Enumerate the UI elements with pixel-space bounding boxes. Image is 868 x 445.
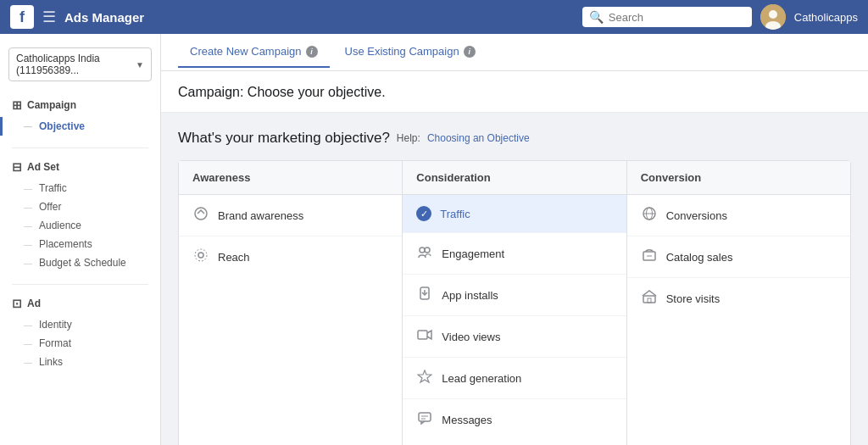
sidebar-section-campaign: ⊞ Campaign Objective — [0, 93, 160, 136]
col-awareness: Awareness Brand awareness — [179, 161, 403, 445]
col-consideration: Consideration ✓ Traffic — [403, 161, 626, 445]
sidebar-section-label-adset: Ad Set — [27, 161, 59, 173]
main-content: Create New Campaign i Use Existing Campa… — [161, 34, 868, 445]
top-navbar: f ☰ Ads Manager 🔍 Catholicapps — [0, 0, 868, 34]
obj-video-views[interactable]: Video views — [403, 316, 626, 358]
lead-generation-label: Lead generation — [442, 372, 521, 385]
campaign-icon: ⊞ — [12, 98, 22, 112]
sidebar-section-adset: ⊟ Ad Set Traffic Offer Audience Placemen… — [0, 155, 160, 272]
tab-create-label: Create New Campaign — [190, 45, 302, 58]
sidebar-section-label-ad: Ad — [27, 298, 41, 309]
tab-use-label: Use Existing Campaign — [345, 45, 459, 58]
objective-label: Objective — [39, 120, 85, 132]
search-bar: 🔍 — [582, 7, 752, 27]
col-conversion: Conversion Conversions — [627, 161, 850, 445]
video-views-icon — [416, 327, 433, 346]
sidebar-section-ad: ⊡ Ad Identity Format Links — [0, 292, 160, 371]
store-visits-icon — [641, 289, 658, 308]
conversion-header: Conversion — [627, 161, 850, 195]
store-visits-label: Store visits — [666, 292, 721, 305]
sidebar-divider-2 — [12, 284, 148, 285]
app-installs-icon — [416, 286, 433, 304]
catalog-sales-icon — [641, 248, 658, 266]
sidebar-divider-1 — [12, 147, 148, 148]
objective-question-text: What's your marketing objective? — [178, 130, 390, 147]
awareness-header: Awareness — [179, 161, 402, 195]
sidebar-item-traffic[interactable]: Traffic — [0, 179, 160, 197]
sidebar-item-format[interactable]: Format — [0, 334, 160, 353]
engagement-label: Engagement — [442, 248, 504, 260]
caret-icon: ▼ — [136, 60, 144, 70]
tabs-bar: Create New Campaign i Use Existing Campa… — [161, 34, 868, 71]
sidebar: Catholicapps India (111956389... ▼ ⊞ Cam… — [0, 34, 161, 445]
hamburger-icon[interactable]: ☰ — [42, 8, 56, 26]
svg-point-7 — [425, 248, 430, 253]
obj-app-installs[interactable]: App installs — [403, 275, 626, 316]
help-text: Help: — [397, 132, 420, 144]
obj-engagement[interactable]: Engagement — [403, 233, 626, 275]
sidebar-item-budget[interactable]: Budget & Schedule — [0, 253, 160, 272]
campaign-title: Campaign: Choose your objective. — [178, 85, 851, 100]
adset-icon: ⊟ — [12, 160, 22, 174]
help-link[interactable]: Choosing an Objective — [427, 132, 530, 144]
video-views-label: Video views — [442, 331, 500, 343]
sidebar-item-links[interactable]: Links — [0, 353, 160, 371]
ad-icon: ⊡ — [12, 297, 22, 310]
obj-store-visits[interactable]: Store visits — [627, 278, 850, 319]
campaign-header: Campaign: Choose your objective. — [161, 71, 868, 113]
svg-point-1 — [769, 10, 777, 19]
facebook-logo: f — [10, 5, 34, 29]
engagement-icon — [416, 244, 433, 263]
objectives-table: Awareness Brand awareness — [178, 160, 851, 445]
tab-create-campaign[interactable]: Create New Campaign i — [178, 36, 330, 68]
svg-rect-10 — [418, 331, 427, 339]
sidebar-section-label-campaign: Campaign — [27, 99, 76, 111]
create-info-icon[interactable]: i — [306, 46, 318, 58]
sidebar-item-placements[interactable]: Placements — [0, 235, 160, 253]
brand-awareness-label: Brand awareness — [218, 209, 303, 222]
reach-icon — [192, 248, 209, 266]
account-name: Catholicapps India (111956389... — [16, 53, 136, 76]
lead-generation-icon — [416, 369, 433, 387]
svg-point-5 — [195, 249, 207, 261]
sidebar-item-identity[interactable]: Identity — [0, 315, 160, 334]
consideration-header: Consideration — [403, 161, 626, 195]
obj-lead-generation[interactable]: Lead generation — [403, 358, 626, 399]
obj-brand-awareness[interactable]: Brand awareness — [179, 195, 402, 236]
search-input[interactable] — [609, 11, 745, 24]
account-selector[interactable]: Catholicapps India (111956389... ▼ — [8, 47, 152, 81]
obj-conversions[interactable]: Conversions — [627, 195, 850, 236]
obj-catalog-sales[interactable]: Catalog sales — [627, 236, 850, 278]
catalog-sales-label: Catalog sales — [666, 251, 733, 264]
obj-reach[interactable]: Reach — [179, 236, 402, 277]
svg-rect-20 — [643, 296, 655, 303]
sidebar-section-header-campaign: ⊞ Campaign — [0, 93, 160, 117]
sidebar-section-header-adset: ⊟ Ad Set — [0, 155, 160, 179]
traffic-label: Traffic — [440, 208, 470, 220]
app-installs-label: App installs — [442, 289, 498, 302]
messages-label: Messages — [442, 414, 492, 426]
sidebar-item-offer[interactable]: Offer — [0, 197, 160, 216]
sidebar-item-audience[interactable]: Audience — [0, 216, 160, 235]
avatar — [760, 4, 786, 30]
use-info-icon[interactable]: i — [464, 46, 476, 58]
brand-awareness-icon — [192, 206, 209, 225]
reach-label: Reach — [218, 251, 250, 264]
sidebar-section-header-ad: ⊡ Ad — [0, 292, 160, 315]
conversions-icon — [641, 206, 658, 225]
search-icon: 🔍 — [589, 10, 604, 24]
objective-question: What's your marketing objective? Help: C… — [178, 130, 851, 147]
app-title: Ads Manager — [64, 10, 144, 25]
conversions-label: Conversions — [666, 209, 727, 222]
tab-use-existing[interactable]: Use Existing Campaign i — [333, 36, 487, 68]
user-name-label: Catholicapps — [794, 11, 858, 24]
messages-icon — [416, 410, 433, 429]
obj-messages[interactable]: Messages — [403, 399, 626, 440]
svg-point-4 — [198, 253, 203, 258]
traffic-check-icon: ✓ — [416, 206, 431, 221]
sidebar-item-objective[interactable]: Objective — [0, 117, 160, 136]
objective-section: What's your marketing objective? Help: C… — [161, 113, 868, 445]
svg-rect-12 — [419, 413, 431, 421]
obj-traffic[interactable]: ✓ Traffic — [403, 195, 626, 233]
svg-point-6 — [420, 248, 425, 253]
